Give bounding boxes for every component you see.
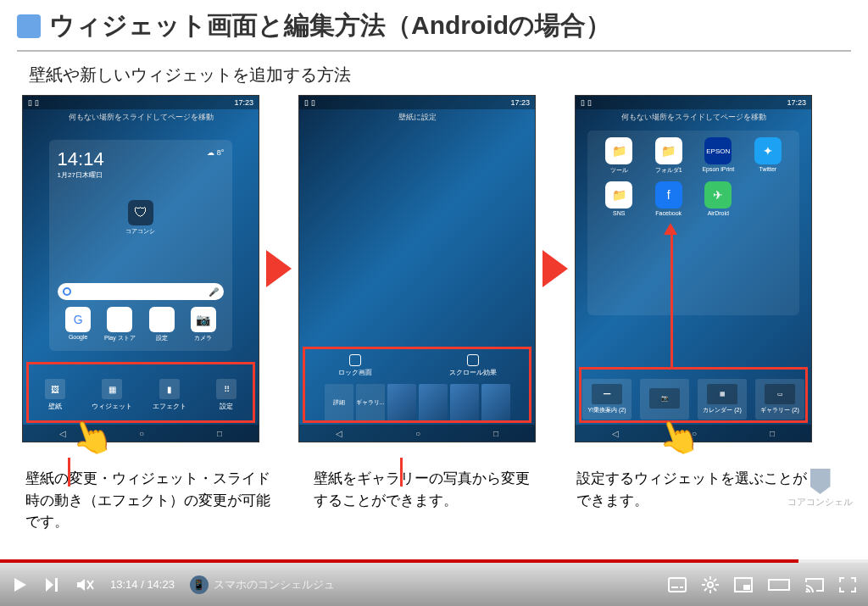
arrow-right-icon <box>266 250 292 287</box>
svg-marker-1 <box>46 578 53 592</box>
channel-link[interactable]: 📱 スマホのコンシェルジュ <box>190 575 335 594</box>
wallpaper-preview <box>299 125 535 351</box>
svg-line-16 <box>704 588 707 591</box>
video-player-bar: 13:14 / 14:23 📱 スマホのコンシェルジュ <box>0 559 868 606</box>
highlight-box <box>26 362 255 423</box>
svg-rect-2 <box>55 578 58 592</box>
svg-line-17 <box>714 579 716 581</box>
hint-text: 何もない場所をスライドしてページを移動 <box>23 109 259 125</box>
title-bullet <box>17 14 41 38</box>
page-title: ウィジェット画面と編集方法（Androidの場合） <box>49 8 611 43</box>
channel-avatar: 📱 <box>190 575 209 594</box>
fullscreen-button[interactable] <box>839 577 856 592</box>
svg-point-9 <box>708 582 713 587</box>
nav-bar: ◁○□ <box>23 425 259 442</box>
svg-marker-0 <box>14 578 26 592</box>
phone-screenshot-1: ▯ ▯17:23 何もない場所をスライドしてページを移動 14:14 1月27日… <box>22 95 259 442</box>
app-grid: 📁ツール 📁フォルダ1 EPSONEpson iPrint ✦Twitter 📁… <box>587 131 799 315</box>
captions-row: 壁紙の変更・ウィジェット・スライド時の動き（エフェクト）の変更が可能です。 壁紙… <box>17 442 851 533</box>
miniplayer-button[interactable] <box>734 577 753 592</box>
slide: ウィジェット画面と編集方法（Androidの場合） 壁紙や新しいウィジェットを追… <box>0 0 868 559</box>
svg-rect-8 <box>680 587 683 588</box>
search-bar: 🎤 <box>58 283 225 300</box>
svg-rect-7 <box>671 587 678 588</box>
phone-screenshot-3: ▯ ▯17:23 何もない場所をスライドしてページを移動 📁ツール 📁フォルダ1… <box>575 95 812 442</box>
subtitle: 壁紙や新しいウィジェットを追加する方法 <box>29 64 851 86</box>
caption-2: 壁紙をギャラリーの写真から変更することができます。 <box>314 468 542 533</box>
phone-screenshot-2: ▯ ▯17:23 壁紙に設定 ロック画面 スクロール効果 詳細 ギャラリ... … <box>298 95 536 442</box>
caption-1: 壁紙の変更・ウィジェット・スライド時の動き（エフェクト）の変更が可能です。 <box>25 468 280 533</box>
svg-rect-19 <box>743 585 750 590</box>
svg-line-15 <box>714 588 716 591</box>
home-panel: 14:14 1月27日木曜日 ☁ 8° 🛡 コアコンシ 🎤 GGoogle ▶P… <box>49 140 233 351</box>
svg-point-21 <box>806 590 809 592</box>
settings-button[interactable] <box>702 576 719 593</box>
mute-button[interactable] <box>76 576 95 593</box>
caption-3: 設定するウィジェットを選ぶことができます。 <box>576 468 814 533</box>
next-button[interactable] <box>44 576 61 593</box>
progress-fill <box>0 559 798 563</box>
play-button[interactable] <box>12 576 29 593</box>
theater-button[interactable] <box>768 577 790 592</box>
svg-line-14 <box>704 579 707 581</box>
arrow-right-icon <box>542 250 568 287</box>
time-display: 13:14 / 14:23 <box>110 578 175 591</box>
svg-rect-6 <box>669 578 686 592</box>
weather-widget: ☁ 8° <box>207 148 225 157</box>
clock-widget: 14:14 <box>58 148 104 170</box>
status-bar: ▯ ▯17:23 <box>23 96 259 109</box>
phones-row: ▯ ▯17:23 何もない場所をスライドしてページを移動 14:14 1月27日… <box>17 95 851 442</box>
google-icon <box>63 287 71 296</box>
arrow-up-icon <box>664 223 677 235</box>
cast-button[interactable] <box>805 577 824 592</box>
svg-rect-20 <box>769 580 789 590</box>
brand-logo: コアコンシェル <box>787 469 853 509</box>
title-row: ウィジェット画面と編集方法（Androidの場合） <box>17 8 851 52</box>
mic-icon: 🎤 <box>209 287 219 297</box>
svg-marker-3 <box>77 579 85 591</box>
app-icon-coreconcierge: 🛡 <box>128 200 153 225</box>
captions-button[interactable] <box>668 577 687 592</box>
progress-bar[interactable] <box>0 559 868 563</box>
